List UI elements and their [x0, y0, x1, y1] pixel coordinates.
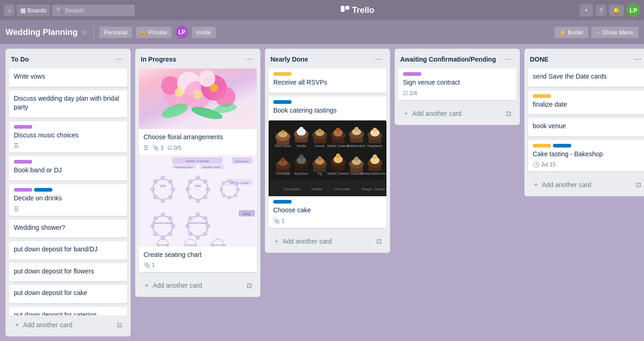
- plus-icon: ＋: [403, 109, 409, 118]
- add-card-label: Add another card: [412, 110, 461, 117]
- plus-icon: ＋: [273, 237, 280, 245]
- svg-point-36: [196, 199, 200, 203]
- invite-button[interactable]: Invite: [192, 27, 215, 38]
- svg-point-86: [281, 130, 285, 134]
- card-bridal-party[interactable]: Discuss wedding day plan with bridal par…: [9, 91, 127, 118]
- purple-label: [14, 188, 32, 192]
- svg-point-52: [222, 193, 225, 197]
- search-icon: 🔍: [56, 6, 63, 14]
- card-floral[interactable]: Choose floral arrangements ☰ 📎 3 ☑ 0/5: [139, 68, 257, 155]
- create-button[interactable]: ＋: [580, 4, 593, 17]
- card-save-date[interactable]: send Save the Date cards: [528, 68, 644, 87]
- card-book-venue[interactable]: book venue: [528, 118, 644, 136]
- card-finalize-date[interactable]: finalize date: [528, 91, 644, 115]
- plus-icon: ＋: [144, 281, 150, 290]
- flowers-image: [139, 68, 257, 129]
- card-write-vows[interactable]: Write vows: [9, 68, 127, 87]
- card-footer: 📎 1: [273, 218, 382, 224]
- svg-text:Honey Buttercream: Honey Buttercream: [361, 172, 385, 176]
- add-card-inprogress[interactable]: ＋ Add another card ⊡: [139, 278, 257, 293]
- column-header-nearlydone: Nearly Done ···: [265, 49, 390, 68]
- personal-button[interactable]: Personal: [99, 27, 132, 38]
- svg-point-25: [161, 176, 165, 180]
- personal-label: Personal: [104, 29, 127, 36]
- card-footer: ☰: [14, 206, 122, 212]
- svg-text:Entry: Entry: [243, 212, 251, 216]
- svg-point-120: [299, 154, 304, 159]
- butler-button[interactable]: ⚡ Butler: [554, 27, 588, 38]
- svg-rect-0: [341, 6, 345, 12]
- card-title: put down deposit for catering: [14, 311, 122, 315]
- column-title-pending: Awaiting Confirmation/Pending: [400, 56, 496, 63]
- svg-point-58: [161, 212, 165, 217]
- card-music-choices[interactable]: Discuss music choices ☰: [9, 121, 127, 153]
- card-labels: [273, 100, 382, 104]
- add-card-todo[interactable]: ＋ Add another card ⊡: [9, 317, 127, 333]
- card-title: Cake tasting - Bakeshop: [533, 150, 641, 159]
- add-card-done[interactable]: ＋ Add another card ⊡: [528, 177, 644, 193]
- star-icon[interactable]: ☆: [81, 28, 88, 37]
- add-card-pending[interactable]: ＋ Add another card ⊡: [398, 106, 516, 121]
- svg-point-94: [318, 129, 322, 132]
- avatar[interactable]: LP: [627, 3, 640, 17]
- card-drinks[interactable]: Decide on drinks ☰: [9, 184, 127, 216]
- card-footer: 📎 1: [144, 262, 252, 268]
- boards-button[interactable]: ▦ Boards: [17, 5, 50, 16]
- card-title: Decide on drinks: [14, 194, 122, 203]
- seating-svg: Groom & Groom Wedding Party Wedding Part…: [139, 155, 257, 247]
- clock-date: Jul 15: [541, 161, 556, 168]
- seating-image: Groom & Groom Wedding Party Wedding Part…: [139, 155, 257, 247]
- add-card-nearlydone[interactable]: ＋ Add another card ⊡: [269, 233, 386, 249]
- lp-badge[interactable]: LP: [175, 26, 188, 39]
- column-menu-pending[interactable]: ···: [502, 53, 514, 65]
- card-band-dj[interactable]: Book band or DJ: [9, 156, 127, 181]
- card-wedding-shower[interactable]: Wedding shower?: [9, 220, 127, 238]
- column-inprogress: In Progress ···: [135, 49, 260, 297]
- column-done: DONE ··· send Save the Date cards finali…: [524, 49, 644, 196]
- column-menu-done[interactable]: ···: [632, 53, 644, 65]
- column-menu-inprogress[interactable]: ···: [242, 53, 255, 65]
- card-deposit-catering[interactable]: put down deposit for catering: [9, 307, 127, 315]
- purple-label: [403, 72, 421, 76]
- card-deposit-flowers[interactable]: put down deposit for flowers: [9, 263, 127, 282]
- card-venue-contract[interactable]: Sign venue contract ☑ 2/4: [398, 68, 516, 100]
- card-deposit-band[interactable]: put down deposit for band/DJ: [9, 241, 127, 260]
- logo-text: Trello: [352, 6, 374, 15]
- svg-text:Old college: Old college: [157, 244, 168, 246]
- svg-point-38: [206, 187, 210, 192]
- card-choose-cake[interactable]: Red Velvet Vanilla Lemon Salted Caramel …: [269, 120, 386, 228]
- board-title[interactable]: Wedding Planning: [6, 28, 78, 37]
- svg-point-35: [196, 176, 200, 180]
- card-deposit-cake[interactable]: put down deposit for cake: [9, 285, 127, 303]
- topbar: ⌂ ▦ Boards 🔍 Trello ＋ ? 🔔 LP: [0, 0, 644, 20]
- blue-label: [273, 100, 292, 104]
- private-button[interactable]: 🔒 Private: [136, 27, 172, 38]
- svg-point-102: [354, 127, 359, 131]
- info-button[interactable]: ?: [596, 5, 606, 16]
- card-cake-tasting[interactable]: Cake tasting - Bakeshop 🕐 Jul 15: [528, 140, 644, 172]
- blue-label: [34, 188, 52, 192]
- card-rsvps[interactable]: Receive all RSVPs: [269, 68, 386, 93]
- search-input[interactable]: [52, 5, 135, 16]
- notifications-button[interactable]: 🔔: [609, 5, 624, 16]
- svg-text:Parents Family: Parents Family: [189, 222, 207, 224]
- cake-svg: Red Velvet Vanilla Lemon Salted Caramel …: [270, 120, 385, 196]
- svg-point-74: [188, 232, 193, 236]
- svg-point-30: [168, 179, 172, 184]
- card-catering-tastings[interactable]: Book catering tastings: [269, 97, 386, 121]
- add-card-label: Add another card: [23, 321, 72, 329]
- column-menu-nearlydone[interactable]: ···: [372, 53, 385, 65]
- home-button[interactable]: ⌂: [4, 5, 15, 16]
- add-card-label: Add another card: [542, 181, 591, 188]
- column-menu-todo[interactable]: ···: [113, 53, 125, 65]
- svg-point-46: [228, 179, 231, 183]
- svg-point-40: [203, 179, 207, 184]
- svg-text:Espresso: Espresso: [294, 172, 308, 176]
- show-menu-button[interactable]: ··· Show Menu: [591, 27, 639, 38]
- svg-point-42: [203, 195, 207, 199]
- card-seating[interactable]: Groom & Groom Wedding Party Wedding Part…: [139, 155, 257, 273]
- column-cards-done: send Save the Date cards finalize date b…: [524, 68, 644, 175]
- svg-point-37: [185, 187, 190, 192]
- svg-point-13: [193, 90, 202, 99]
- svg-point-47: [228, 196, 231, 199]
